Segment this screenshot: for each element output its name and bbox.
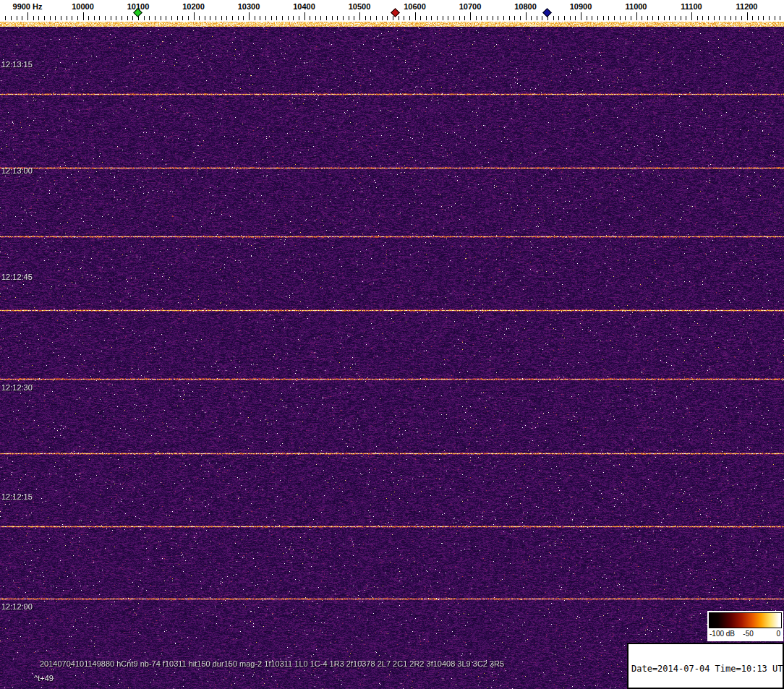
freq-tick bbox=[498, 16, 498, 20]
freq-tick bbox=[83, 12, 84, 20]
freq-tick bbox=[652, 16, 653, 20]
freq-tick bbox=[382, 16, 383, 20]
freq-tick bbox=[315, 16, 316, 20]
freq-tick bbox=[697, 16, 698, 20]
freq-tick bbox=[11, 16, 12, 20]
freq-tick bbox=[67, 16, 67, 20]
freq-tick bbox=[210, 16, 210, 20]
freq-tick bbox=[763, 16, 764, 20]
freq-tick bbox=[255, 16, 255, 20]
freq-tick bbox=[194, 12, 195, 20]
freq-tick-label: 9900 Hz bbox=[13, 2, 43, 11]
freq-tick bbox=[22, 16, 22, 20]
freq-tick-label: 10800 bbox=[514, 2, 537, 11]
freq-tick bbox=[691, 12, 692, 20]
freq-tick bbox=[658, 16, 659, 20]
freq-tick bbox=[775, 16, 775, 20]
freq-tick bbox=[238, 16, 239, 20]
freq-tick bbox=[597, 16, 598, 20]
freq-tick bbox=[177, 16, 178, 20]
freq-tick bbox=[664, 16, 665, 20]
freq-tick bbox=[155, 16, 155, 20]
freq-tick bbox=[631, 16, 631, 20]
freq-tick bbox=[393, 16, 393, 20]
freq-tick bbox=[5, 16, 6, 20]
freq-tick bbox=[526, 12, 527, 20]
freq-tick bbox=[443, 16, 443, 20]
freq-tick-label: 11100 bbox=[681, 2, 702, 11]
freq-tick bbox=[50, 16, 51, 20]
freq-tick bbox=[288, 16, 289, 20]
freq-tick bbox=[38, 16, 39, 20]
colorbar-label-max: 0 bbox=[776, 630, 780, 638]
colorbar-label-min: -100 dB bbox=[710, 630, 735, 638]
freq-tick bbox=[399, 16, 399, 20]
freq-tick bbox=[376, 16, 377, 20]
colorbar-gradient bbox=[709, 612, 782, 628]
freq-tick bbox=[681, 16, 681, 20]
freq-tick bbox=[265, 16, 266, 20]
freq-tick bbox=[33, 16, 34, 20]
freq-tick bbox=[243, 16, 244, 20]
freq-tick bbox=[77, 16, 78, 20]
freq-tick bbox=[453, 16, 454, 20]
freq-tick bbox=[620, 16, 621, 20]
spectrogram-canvas[interactable] bbox=[0, 22, 784, 689]
freq-tick bbox=[122, 16, 122, 20]
colorbar-label-mid: -50 bbox=[743, 630, 753, 638]
freq-tick bbox=[420, 16, 421, 20]
freq-tick bbox=[310, 16, 310, 20]
freq-tick bbox=[758, 16, 759, 20]
freq-tick bbox=[531, 16, 532, 20]
freq-tick bbox=[476, 16, 477, 20]
observation-info-box: Date=2014-07-04 Time=10:13 UTC Freq=143 … bbox=[627, 643, 784, 689]
freq-tick bbox=[116, 16, 116, 20]
freq-tick-label: 10400 bbox=[293, 2, 315, 11]
freq-tick bbox=[188, 16, 189, 20]
freq-tick bbox=[493, 16, 493, 20]
freq-tick-label: 10500 bbox=[349, 2, 371, 11]
freq-tick bbox=[592, 16, 592, 20]
freq-tick bbox=[216, 16, 216, 20]
freq-tick bbox=[205, 16, 205, 20]
freq-tick bbox=[171, 16, 172, 20]
freq-tick bbox=[55, 16, 56, 20]
detection-annotation: 20140704101149880 hCnt9 nb-74 f10311 hit… bbox=[40, 659, 504, 668]
freq-tick bbox=[232, 16, 233, 20]
freq-tick bbox=[669, 16, 670, 20]
marker-blue-diamond[interactable] bbox=[542, 8, 552, 17]
freq-tick bbox=[747, 12, 748, 20]
freq-tick bbox=[304, 12, 305, 20]
freq-tick-label: 10600 bbox=[404, 2, 426, 11]
time-label: 12:13:00 bbox=[1, 166, 33, 175]
freq-tick bbox=[61, 16, 61, 20]
freq-tick bbox=[708, 16, 709, 20]
freq-tick bbox=[161, 16, 161, 20]
freq-tick bbox=[464, 16, 465, 20]
freq-tick bbox=[27, 12, 28, 20]
freq-tick bbox=[44, 16, 45, 20]
freq-tick bbox=[370, 16, 371, 20]
freq-tick bbox=[675, 16, 676, 20]
freq-tick bbox=[470, 12, 471, 20]
freq-tick bbox=[642, 16, 642, 20]
freq-tick bbox=[752, 16, 753, 20]
time-label: 12:12:45 bbox=[1, 273, 33, 281]
freq-tick bbox=[702, 16, 703, 20]
freq-tick bbox=[625, 16, 626, 20]
freq-tick bbox=[537, 16, 537, 20]
freq-tick bbox=[741, 16, 742, 20]
freq-tick bbox=[614, 16, 615, 20]
freq-tick bbox=[459, 16, 460, 20]
freq-tick bbox=[299, 16, 299, 20]
freq-tick bbox=[132, 16, 133, 20]
freq-tick bbox=[581, 12, 581, 20]
time-label: 12:13:15 bbox=[1, 60, 33, 69]
freq-tick bbox=[404, 16, 404, 20]
freq-tick bbox=[337, 16, 338, 20]
freq-tick bbox=[431, 16, 432, 20]
frequency-ruler[interactable]: 9900 Hz100001010010200103001040010500106… bbox=[0, 0, 784, 22]
freq-tick-label: 10700 bbox=[459, 2, 482, 11]
freq-tick bbox=[514, 16, 515, 20]
freq-tick bbox=[226, 16, 227, 20]
